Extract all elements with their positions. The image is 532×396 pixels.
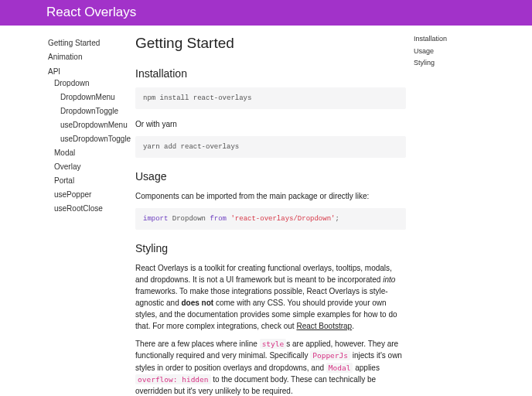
site-header: React Overlays [0, 0, 532, 26]
nav-usepopper[interactable]: usePopper [48, 188, 131, 202]
nav-modal[interactable]: Modal [48, 146, 131, 160]
usage-intro: Components can be imported from the main… [135, 190, 406, 202]
react-bootstrap-link[interactable]: React Bootstrap [296, 322, 352, 330]
nav-api-heading: API [48, 66, 131, 77]
styling-p2: There are a few places where inline styl… [135, 338, 406, 396]
page-title: Getting Started [135, 35, 406, 52]
nav-dropdown[interactable]: Dropdown [48, 77, 131, 90]
import-name: Dropdown [168, 215, 210, 223]
import-code: import Dropdown from 'react-overlays/Dro… [135, 208, 406, 230]
import-kw: import [143, 215, 168, 223]
toc-installation[interactable]: Installation [414, 33, 491, 46]
style-code: style [260, 339, 287, 349]
installation-heading: Installation [135, 67, 406, 80]
nav-overlay[interactable]: Overlay [48, 160, 131, 174]
toc-styling[interactable]: Styling [414, 57, 491, 70]
nav-usedropdownmenu[interactable]: useDropdownMenu [48, 118, 131, 132]
usage-heading: Usage [135, 170, 406, 183]
from-kw: from [210, 215, 227, 223]
nav-dropdowntoggle[interactable]: DropdownToggle [48, 104, 131, 118]
nav-userootclose[interactable]: useRootClose [48, 202, 131, 216]
main-content: Getting Started Installation npm install… [131, 26, 414, 396]
right-toc: Installation Usage Styling [414, 26, 491, 70]
styling-heading: Styling [135, 242, 406, 254]
nav-getting-started[interactable]: Getting Started [48, 36, 131, 50]
nav-portal[interactable]: Portal [48, 174, 131, 188]
popperjs-code: PopperJs [310, 350, 350, 360]
page-layout: Getting Started Animation API Dropdown D… [0, 26, 532, 396]
toc-usage[interactable]: Usage [414, 46, 491, 58]
overflow-code: overflow: hidden [135, 374, 211, 384]
import-string: 'react-overlays/Dropdown' [230, 215, 335, 223]
sidebar-nav: Getting Started Animation API Dropdown D… [0, 26, 131, 216]
nav-animation[interactable]: Animation [48, 50, 131, 64]
yarn-add-code: yarn add react-overlays [135, 136, 406, 158]
nav-usedropdowntoggle[interactable]: useDropdownToggle [48, 132, 131, 146]
npm-install-code: npm install react-overlays [135, 87, 406, 109]
site-title: React Overlays [46, 5, 136, 19]
styling-p1: React Overlays is a toolkit for creating… [135, 262, 406, 332]
or-with-yarn-text: Or with yarn [135, 118, 406, 130]
modal-code: Modal [326, 363, 353, 373]
nav-dropdownmenu[interactable]: DropdownMenu [48, 90, 131, 104]
